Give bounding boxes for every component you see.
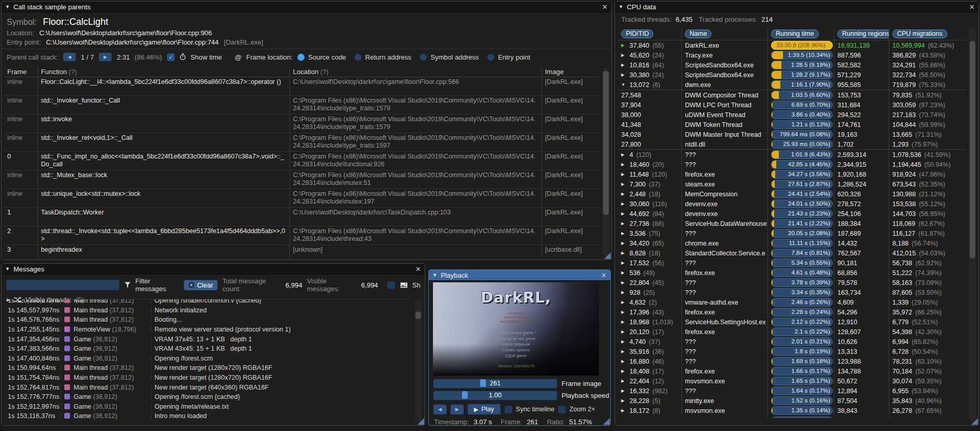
- resize-grip[interactable]: [417, 418, 424, 425]
- playback-titlebar[interactable]: ▼ Playback ✕: [429, 270, 610, 281]
- message-row[interactable]: 1s 120,335,272nsMain thread (37,812)Open…: [5, 299, 411, 306]
- expander-icon[interactable]: ▶: [621, 211, 626, 216]
- resize-grip[interactable]: [971, 418, 978, 425]
- entry-point-value[interactable]: C:\Users\wolf\Desktop\darkrl\src\game\fl…: [46, 38, 219, 46]
- close-icon[interactable]: ✕: [415, 266, 421, 272]
- cpu-process-row[interactable]: ▶8,628(18)StandardCollector.Service.e7.8…: [618, 248, 966, 258]
- expander-icon[interactable]: ▶: [621, 251, 626, 255]
- filter-input[interactable]: [6, 279, 120, 291]
- frame-slider[interactable]: 261: [433, 379, 557, 389]
- expander-icon[interactable]: ▶: [621, 359, 626, 364]
- message-row[interactable]: 1s 152,912,997nsGame (36,912)Opening /me…: [5, 402, 411, 412]
- expander-icon[interactable]: ▶: [621, 290, 626, 295]
- collapse-icon[interactable]: ▼: [432, 272, 437, 278]
- callstack-row[interactable]: inlinestd::_Invoker_functor::_CallC:\Pro…: [4, 96, 600, 114]
- message-row[interactable]: 1s 152,764,817nsMain thread (37,812)New …: [5, 382, 411, 392]
- message-row[interactable]: 1s 147,255,145nsRemoteView (18,796)Remot…: [5, 325, 411, 335]
- expander-icon[interactable]: ▶: [621, 53, 626, 58]
- message-row[interactable]: 1s 147,383,566nsGame (36,912)VRAM 43x45:…: [5, 344, 411, 354]
- resize-grip[interactable]: [604, 252, 611, 259]
- cpu-process-row[interactable]: 38,000uDWM Event Thread3.86 s (0.40%)294…: [618, 110, 966, 120]
- cpu-process-row[interactable]: ▶3,536(75)???20.05 s (2.08%)187,689116,1…: [618, 228, 966, 238]
- cpu-process-row[interactable]: ▶20,120(17)firefox.exe2.1 s (0.22%)128,6…: [618, 327, 966, 337]
- message-row[interactable]: 1s 153,116,37nsGame (36,912)Intro menu l…: [5, 411, 411, 421]
- col-pid-tid[interactable]: PID/TID: [618, 27, 681, 40]
- cpu-process-row[interactable]: ▶928(25)???3.34 s (0.35%)163,73487,605(5…: [618, 288, 966, 297]
- col-name[interactable]: Name: [681, 27, 767, 40]
- cpu-process-row[interactable]: ▶4(120)???1:01.9 (6.43%)2,593,3141,078,5…: [618, 150, 966, 160]
- expander-icon[interactable]: ▼: [621, 82, 626, 87]
- cpu-process-row[interactable]: ▶35,916(36)???1.8 s (0.19%)13,3136,728(5…: [618, 347, 966, 356]
- prev-frame-button[interactable]: ◀: [433, 404, 447, 415]
- next-frame-button[interactable]: ▶: [450, 404, 464, 415]
- cpu-process-row[interactable]: 27,800ntdll.dll25.93 ms (0.00%)1,7021,29…: [618, 139, 966, 150]
- callstack-row[interactable]: 3beginthreadex[unknown][ucrtbase.dll]: [4, 245, 600, 258]
- expander-icon[interactable]: ▶: [621, 310, 626, 314]
- expander-icon[interactable]: ▶: [621, 182, 626, 186]
- radio-source-code[interactable]: Source code: [297, 53, 346, 61]
- resize-grip[interactable]: [603, 418, 610, 425]
- callstack-scrollbar-thumb[interactable]: [603, 71, 609, 215]
- cpu-process-row[interactable]: ▶18,460(20)???42.85 s (4.45%)2,344,9151,…: [618, 160, 966, 169]
- next-callstack-button[interactable]: ▶: [99, 52, 112, 62]
- message-row[interactable]: 1s 152,776,777nsGame (36,912)Opening /fo…: [5, 392, 411, 402]
- location-value[interactable]: C:\Users\wolf\Desktop\darkrl\src\game\fl…: [39, 29, 212, 37]
- cpu-process-row[interactable]: ▶18,408(17)firefox.exe1.66 s (0.17%)134,…: [618, 366, 966, 376]
- cpu-process-row[interactable]: ▶4,632(2)vmware-authd.exe2.46 s (0.26%)4…: [618, 297, 966, 307]
- col-location[interactable]: Location (?): [289, 67, 541, 77]
- expander-icon[interactable]: ▶: [621, 379, 626, 383]
- cpu-process-row[interactable]: ▶18,172(8)msvsmon.exe1.35 s (0.14%)38,84…: [618, 406, 966, 415]
- cpu-process-row[interactable]: ▶536(49)firefox.exe4.61 s (0.48%)68,8565…: [618, 268, 966, 278]
- cpu-process-row[interactable]: ▶45,620(24)Tracy.exe1:39.5 (10.34%)887,5…: [618, 50, 966, 60]
- close-icon[interactable]: ✕: [602, 4, 608, 10]
- callstack-row[interactable]: inlinestd::_Invoker_ret<void,1>::_CallC:…: [4, 133, 600, 152]
- cpu-process-row[interactable]: 27,548DWM Compositor Thread1:03.5 (6.60%…: [618, 90, 966, 100]
- expander-icon[interactable]: ▶: [621, 369, 626, 373]
- col-function[interactable]: Function (?): [37, 67, 289, 77]
- expander-icon[interactable]: ▶: [621, 339, 626, 344]
- expander-icon[interactable]: ▶: [621, 329, 626, 334]
- cpu-process-row[interactable]: ▶7,300(37)steam.exe27.61 s (2.87%)1,286,…: [618, 179, 966, 189]
- cpu-process-row[interactable]: ▶28,228(5)mintty.exe1.52 s (0.16%)87,504…: [618, 396, 966, 406]
- expander-icon[interactable]: ▶: [621, 261, 626, 265]
- radio-entry-point[interactable]: Entry point: [487, 53, 530, 61]
- close-icon[interactable]: ✕: [601, 272, 607, 279]
- show-images-checkbox[interactable]: [387, 281, 396, 290]
- callstack-row[interactable]: 2std::thread::_Invoke<std::tuple<<lambda…: [4, 226, 600, 245]
- expander-icon[interactable]: ▶: [621, 320, 626, 324]
- cpu-process-row[interactable]: ▶44,692(84)devenv.exe21.43 s (2.23%)254,…: [618, 209, 966, 219]
- expander-icon[interactable]: ▶: [621, 172, 626, 177]
- cpu-process-row[interactable]: ▶10,816(64)ScriptedSandbox64.exe1:28.5 (…: [618, 60, 966, 70]
- cpu-process-row[interactable]: ▶16,332(982)???1.64 s (0.17%)12,8946,955…: [618, 386, 966, 396]
- cpu-process-row[interactable]: ▶17,532(56)???5.34 s (0.55%)90,18156,738…: [618, 258, 966, 268]
- callstack-row[interactable]: 0std::_Func_impl_no_alloc<<lambda_5bc224…: [4, 152, 600, 170]
- messages-titlebar[interactable]: ▼ Messages ✕: [2, 264, 425, 275]
- expander-icon[interactable]: ▶: [621, 398, 626, 403]
- clear-button[interactable]: ✕ Clear: [184, 280, 218, 291]
- cpu-process-row[interactable]: ▶34,420(65)chrome.exe11.11 s (1.15%)14,4…: [618, 238, 966, 248]
- radio-symbol-address[interactable]: Symbol address: [419, 53, 479, 61]
- cpu-process-row[interactable]: ▶18,968(1,018)ServiceHub.SettingsHost.ex…: [618, 317, 966, 327]
- col-frame[interactable]: Frame: [4, 67, 37, 77]
- zoom-checkbox[interactable]: [557, 405, 566, 414]
- collapse-icon[interactable]: ▼: [5, 266, 10, 271]
- cpu-scrollbar[interactable]: [969, 27, 976, 421]
- message-row[interactable]: 1s 147,354,456nsGame (36,912)VRAM 37x45:…: [5, 334, 411, 344]
- collapse-icon[interactable]: ▼: [5, 4, 10, 9]
- cpu-process-row[interactable]: ▶16,880(46)???1.69 s (0.18%)123,98878,23…: [618, 356, 966, 366]
- close-icon[interactable]: ✕: [969, 4, 975, 10]
- prev-callstack-button[interactable]: ◀: [63, 52, 76, 62]
- cpu-process-row[interactable]: ▼13,072(6)dwm.exe1:16.1 (7.90%)955,58571…: [618, 80, 966, 90]
- callstack-row[interactable]: inlinestd::unique_lock<std::mutex>::lock…: [4, 189, 600, 208]
- expander-icon[interactable]: ▶: [621, 162, 626, 167]
- radio-return-address[interactable]: Return address: [354, 53, 411, 61]
- callstack-titlebar[interactable]: ▼ Call stack sample parents ✕: [2, 2, 611, 12]
- messages-scrollbar-thumb[interactable]: [415, 311, 421, 319]
- cpu-process-row[interactable]: ▶2,448(18)MemCompression24.41 s (2.54%)6…: [618, 189, 966, 199]
- callstack-row[interactable]: inlinestd::_Mutex_base::lockC:\Program F…: [4, 170, 600, 189]
- callstack-scrollbar[interactable]: [603, 68, 609, 256]
- cpu-scrollbar-thumb[interactable]: [970, 41, 975, 258]
- col-cpu-migrations[interactable]: CPU migrations: [889, 27, 966, 40]
- play-button[interactable]: ▶ Play: [467, 404, 501, 415]
- col-running-time[interactable]: Running time: [767, 27, 834, 40]
